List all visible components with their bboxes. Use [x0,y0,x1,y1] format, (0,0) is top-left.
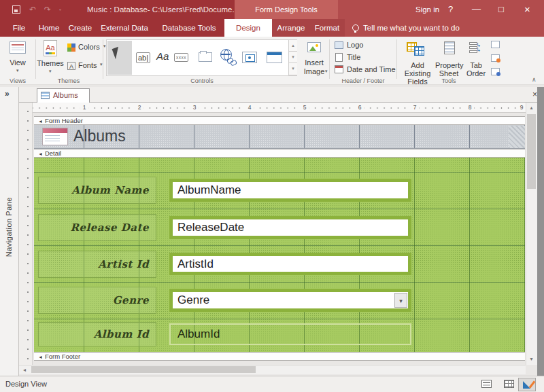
design-view-icon [523,380,533,389]
datasheet-view-button[interactable] [504,380,514,388]
form-footer-section-bar[interactable]: ◄Form Footer [34,352,525,361]
detail-section-bar[interactable]: ◄Detail [34,149,525,158]
insert-image-dropdown-icon[interactable]: ▾ [325,69,328,74]
status-view-label: Design View [5,376,47,392]
vertical-scrollbar-thumb[interactable] [527,114,536,189]
field-combobox-genre[interactable]: Genre ▾ [169,289,411,312]
status-bar [0,376,544,392]
collapse-ribbon-icon[interactable]: ∧ [532,76,537,83]
insert-image-icon [307,42,321,52]
web-browser-control-button[interactable] [242,52,257,63]
textbox-control-button[interactable]: ab| [136,52,150,63]
form-view-button[interactable] [481,380,492,388]
property-sheet-button[interactable]: Property Sheet [435,61,462,77]
tab-design[interactable]: Design [224,19,272,37]
scroll-left-icon[interactable]: ◂ [20,366,29,374]
section-marker-icon: ◄ [38,355,43,359]
insert-image-button[interactable]: Insert [299,58,329,67]
controls-scroll-down-button[interactable]: ▾ [288,52,297,63]
section-marker-icon: ◄ [38,119,43,124]
tellme-box[interactable]: Tell me what you want to do [363,19,460,37]
field-label-genre[interactable]: Genre [38,287,156,314]
date-time-button[interactable]: Date and Time [347,64,396,75]
expand-navigation-pane-icon[interactable]: » [5,89,10,99]
button-control-button[interactable]: xxxx [174,53,188,62]
colors-dropdown-icon[interactable]: ▾ [103,43,106,49]
field-textbox-releasedate[interactable]: ReleaseDate [169,216,411,239]
convert-macros-button[interactable] [491,68,500,75]
field-label-release-date[interactable]: Release Date [38,214,156,241]
close-icon[interactable]: × [524,0,530,19]
undo-icon[interactable]: ↶ [29,0,36,19]
views-group-label: Views [3,77,33,85]
fonts-button[interactable]: Fonts [78,60,97,71]
combo-dropdown-button[interactable]: ▾ [394,293,407,308]
scroll-up-icon[interactable]: ▴ [526,103,537,113]
subform-control-button[interactable] [267,52,282,63]
field-label-artist-id[interactable]: Artist Id [38,251,156,278]
tab-format[interactable]: Format [310,19,344,37]
window-edge [537,87,544,376]
tab-arrange[interactable]: Arrange [272,19,310,37]
field-label-album-id[interactable]: Album Id [38,322,156,346]
tab-order-button[interactable]: Tab Order [464,61,488,77]
fonts-dropdown-icon[interactable]: ▾ [100,62,103,67]
vertical-ruler[interactable] [19,103,33,365]
form-logo-placeholder[interactable] [42,128,68,145]
ruler-number: 3 [190,103,199,112]
form-header-section-bar[interactable]: ◄Form Header [34,116,525,125]
logo-button[interactable]: Logo [347,39,363,50]
horizontal-scrollbar-thumb[interactable] [31,366,256,373]
save-icon[interactable] [12,5,20,14]
form-header-section-label: Form Header [45,117,83,124]
themes-dropdown-icon[interactable]: ▾ [49,69,52,74]
navigation-pane-label[interactable]: Navigation Pane [5,197,13,257]
tab-file[interactable]: File [5,19,33,37]
fonts-icon: A [67,62,75,70]
controls-more-button[interactable]: ▾ [288,63,297,75]
tab-home[interactable]: Home [34,19,64,37]
title-button[interactable]: Title [347,52,360,63]
form-title-label[interactable]: Albums [73,127,126,145]
label-control-button[interactable]: Aa [156,50,169,62]
ruler-number: 1 [80,103,88,112]
controls-scroll-up-button[interactable]: ▴ [288,40,297,52]
field-textbox-artistid[interactable]: ArtistId [169,253,411,275]
minimize-icon[interactable]: — [472,0,481,18]
tab-database-tools[interactable]: Database Tools [154,19,224,37]
view-dropdown-icon[interactable]: ▾ [16,68,19,73]
form-object-icon [41,92,50,99]
combo-value: Genre [177,293,209,307]
tab-control-button[interactable] [199,52,212,62]
tab-create[interactable]: Create [64,19,97,37]
redo-icon[interactable]: ↷ [44,0,51,19]
field-textbox-albumname[interactable]: AlbumName [169,179,411,202]
tab-external-data[interactable]: External Data [95,19,154,37]
ruler-number: 5 [301,103,309,112]
detail-section-label: Detail [45,149,61,157]
themes-group-label: Themes [38,77,99,85]
logo-icon [335,41,343,49]
add-existing-fields-icon2 [414,46,424,56]
ruler-number: 4 [245,103,254,112]
restore-icon[interactable]: □ [498,0,504,19]
close-document-icon[interactable]: × [532,90,537,99]
view-code-button[interactable] [491,54,500,62]
header-footer-group-label: Header / Footer [330,77,396,85]
field-textbox-albumid[interactable]: AlbumId [169,323,411,345]
subform-new-window-button[interactable] [491,41,500,48]
help-icon[interactable]: ? [448,0,453,19]
view-button[interactable]: View [4,58,31,67]
title-bar-right [338,0,544,19]
horizontal-ruler[interactable] [33,103,526,113]
design-view-button[interactable] [518,378,536,391]
field-label-album-name[interactable]: Album Name [38,177,156,204]
form-header-outside-area [509,126,525,148]
colors-button[interactable]: Colors [78,41,100,52]
document-tab-label[interactable]: Albums [53,89,78,102]
themes-button[interactable]: Themes [36,59,65,67]
section-marker-icon: ◄ [38,152,43,156]
quick-access-more-icon[interactable]: ▫ [59,0,61,19]
scroll-down-icon[interactable]: ▾ [526,355,537,364]
sign-in-button[interactable]: Sign in [415,0,439,19]
